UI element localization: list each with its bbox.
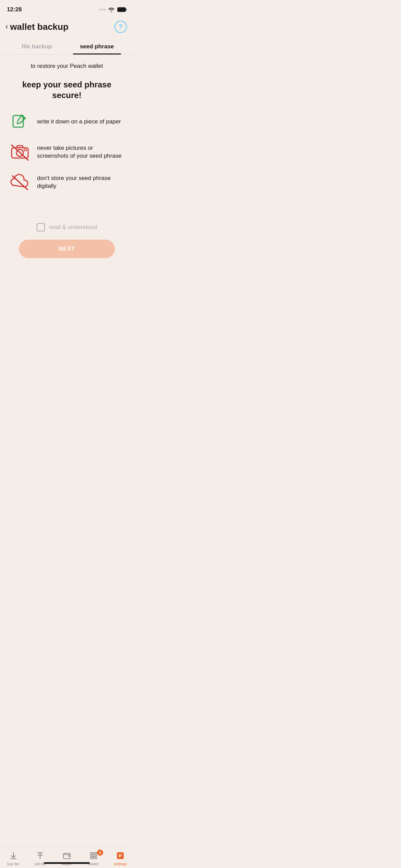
svg-line-9 <box>12 176 27 190</box>
back-button[interactable]: ‹ <box>5 22 8 31</box>
help-button[interactable]: ? <box>114 21 127 33</box>
signal-icon <box>99 9 106 10</box>
next-button[interactable]: NEXT <box>19 240 115 258</box>
no-camera-icon <box>10 142 30 162</box>
write-icon <box>10 111 30 132</box>
tip-no-cloud: don't store your seed phrase digitally <box>10 172 124 192</box>
tab-file-backup[interactable]: file backup <box>7 40 67 54</box>
wifi-icon <box>108 7 115 12</box>
status-icons <box>99 7 127 12</box>
tip-no-camera-text: never take pictures or screenshots of yo… <box>37 144 124 160</box>
read-understood-area: read & understood <box>10 223 124 231</box>
no-cloud-icon <box>10 172 30 192</box>
header-left: ‹ wallet backup <box>5 22 69 32</box>
status-time: 12:28 <box>7 6 22 13</box>
status-bar: 12:28 <box>0 0 134 17</box>
tip-no-camera: never take pictures or screenshots of yo… <box>10 142 124 162</box>
tip-no-cloud-text: don't store your seed phrase digitally <box>37 174 124 191</box>
battery-icon <box>117 7 127 12</box>
tip-write: write it down on a piece of paper <box>10 111 124 132</box>
read-understood-checkbox[interactable] <box>37 223 45 231</box>
page-title: wallet backup <box>10 22 69 32</box>
svg-rect-2 <box>118 8 125 11</box>
read-understood-label: read & understood <box>49 224 97 231</box>
main-heading: keep your seed phrase secure! <box>10 79 124 100</box>
tips-list: write it down on a piece of paper ne <box>10 111 124 192</box>
tab-seed-phrase[interactable]: seed phrase <box>67 40 127 54</box>
tabs-container: file backup seed phrase <box>0 40 134 55</box>
help-icon: ? <box>119 24 123 30</box>
svg-rect-1 <box>126 9 127 11</box>
tip-write-text: write it down on a piece of paper <box>37 118 121 126</box>
main-content: to restore your Peach wallet keep your s… <box>0 55 134 317</box>
subtitle: to restore your Peach wallet <box>10 63 124 70</box>
header: ‹ wallet backup ? <box>0 17 134 36</box>
svg-rect-7 <box>24 149 26 151</box>
